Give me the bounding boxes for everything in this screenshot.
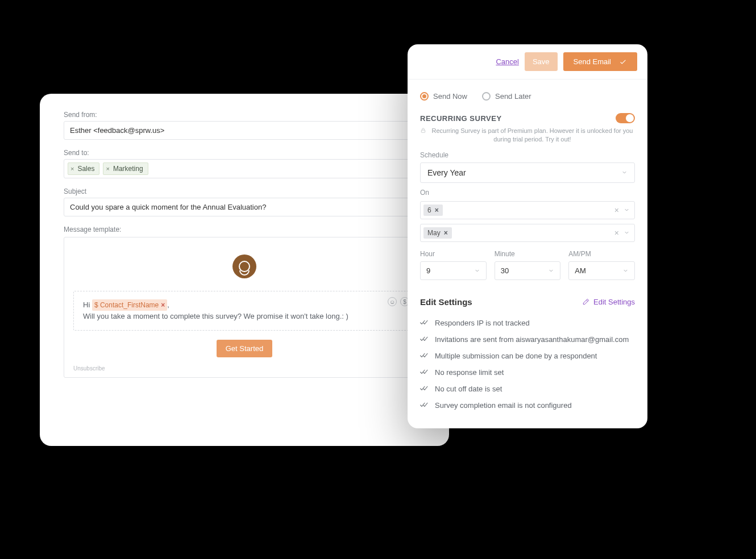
chevron-down-icon <box>624 230 630 236</box>
greeting-text: Hi <box>83 301 90 309</box>
remove-month-icon[interactable]: × <box>444 229 448 237</box>
remove-chip-icon[interactable]: × <box>70 166 74 172</box>
svg-rect-1 <box>421 130 425 132</box>
greeting-comma: , <box>167 301 169 309</box>
double-check-icon <box>420 369 429 376</box>
double-check-icon <box>420 352 429 359</box>
save-button[interactable]: Save <box>525 52 558 71</box>
send-to-input[interactable]: × Sales × Marketing <box>64 159 425 178</box>
chevron-down-icon <box>474 268 480 274</box>
settings-item-text: Survey completion email is not configure… <box>435 401 572 410</box>
settings-item-text: No response limit set <box>435 368 504 377</box>
month-value: May <box>427 229 441 237</box>
settings-item: Survey completion email is not configure… <box>420 397 635 414</box>
recipient-chip[interactable]: × Sales <box>68 162 99 175</box>
day-select[interactable]: 6 × × <box>420 201 635 219</box>
lock-icon <box>420 127 426 134</box>
clear-month-icon[interactable]: × <box>614 228 619 237</box>
hour-select[interactable]: 9 <box>420 261 487 280</box>
send-now-radio[interactable]: Send Now <box>420 92 467 101</box>
ampm-select[interactable]: AM <box>568 261 635 280</box>
chevron-down-icon <box>622 268 629 274</box>
emoji-icon[interactable]: ☺ <box>388 297 397 306</box>
brand-logo <box>232 255 256 278</box>
send-timing-radiogroup: Send Now Send Later <box>420 92 635 101</box>
chevron-down-icon <box>621 169 628 176</box>
settings-list: Responders IP is not tracked Invitations… <box>420 315 635 414</box>
edit-settings-label: Edit Settings <box>593 298 635 306</box>
double-check-icon <box>420 402 429 408</box>
remove-chip-icon[interactable]: × <box>106 166 109 172</box>
settings-item: Multiple submission can be done by a res… <box>420 348 635 364</box>
settings-item: Responders IP is not tracked <box>420 315 635 331</box>
send-email-button[interactable]: Send Email <box>563 52 637 71</box>
check-icon <box>619 58 627 66</box>
message-template-label: Message template: <box>64 226 121 233</box>
cancel-button[interactable]: Cancel <box>496 57 518 66</box>
recurring-toggle[interactable] <box>616 113 635 123</box>
chevron-down-icon <box>624 207 630 213</box>
edit-settings-link[interactable]: Edit Settings <box>582 298 635 306</box>
email-preview: ☺ $ Hi $ Contact_FirstName × , Will you … <box>64 237 425 378</box>
subject-input[interactable] <box>64 198 425 216</box>
remove-day-icon[interactable]: × <box>435 206 439 214</box>
month-pill[interactable]: May × <box>423 227 452 239</box>
settings-item-text: Invitations are sent from aiswaryasantha… <box>435 335 629 344</box>
double-check-icon <box>420 336 429 343</box>
minute-value: 30 <box>501 266 509 275</box>
send-later-label: Send Later <box>495 92 531 101</box>
day-value: 6 <box>427 206 431 214</box>
settings-title: Edit Settings <box>420 297 472 307</box>
ampm-label: AM/PM <box>568 250 635 258</box>
compose-card: Send from: Send to: × Sales × Marketing … <box>40 94 449 446</box>
recurring-title: RECURRING SURVEY <box>420 114 502 123</box>
settings-item: Invitations are sent from aiswaryasantha… <box>420 331 635 348</box>
clear-day-icon[interactable]: × <box>614 206 619 215</box>
message-body: Will you take a moment to complete this … <box>83 311 406 322</box>
remove-variable-icon[interactable]: × <box>161 300 165 310</box>
minute-label: Minute <box>495 250 561 258</box>
panel-header: Cancel Save Send Email <box>408 44 647 80</box>
settings-item-text: No cut off date is set <box>435 385 502 393</box>
settings-item-text: Multiple submission can be done by a res… <box>435 352 597 360</box>
settings-item: No cut off date is set <box>420 381 635 397</box>
send-from-label: Send from: <box>64 111 425 119</box>
schedule-panel: Cancel Save Send Email Send Now Send Lat… <box>408 44 647 428</box>
message-editor[interactable]: ☺ $ Hi $ Contact_FirstName × , Will you … <box>73 291 416 331</box>
variable-token[interactable]: $ Contact_FirstName × <box>92 299 167 311</box>
send-to-label: Send to: <box>64 149 425 157</box>
send-email-label: Send Email <box>574 57 611 66</box>
subject-label: Subject <box>64 187 425 195</box>
settings-item-text: Responders IP is not tracked <box>435 319 530 327</box>
brand-logo-icon <box>239 261 250 272</box>
edit-icon <box>582 298 590 306</box>
premium-note-text: Recurring Survey is part of Premium plan… <box>430 127 635 144</box>
double-check-icon <box>420 319 429 326</box>
schedule-label: Schedule <box>420 151 635 159</box>
recipient-chip[interactable]: × Marketing <box>103 162 148 175</box>
hour-label: Hour <box>420 250 487 258</box>
chevron-down-icon <box>548 268 554 274</box>
send-later-radio[interactable]: Send Later <box>482 92 531 101</box>
send-from-input[interactable] <box>64 121 425 140</box>
variable-token-label: $ Contact_FirstName <box>94 300 159 310</box>
recipient-chip-label: Marketing <box>113 165 143 173</box>
unsubscribe-link[interactable]: Unsubscribe <box>73 365 416 372</box>
on-label: On <box>420 189 635 197</box>
recipient-chip-label: Sales <box>77 165 94 173</box>
month-select[interactable]: May × × <box>420 224 635 242</box>
minute-select[interactable]: 30 <box>495 261 561 280</box>
schedule-select[interactable]: Every Year <box>420 162 635 183</box>
hour-value: 9 <box>426 266 430 275</box>
send-now-label: Send Now <box>433 92 467 101</box>
get-started-button[interactable]: Get Started <box>217 340 272 357</box>
premium-note: Recurring Survey is part of Premium plan… <box>420 127 635 144</box>
day-pill[interactable]: 6 × <box>423 205 443 216</box>
double-check-icon <box>420 385 429 392</box>
schedule-value: Every Year <box>427 168 466 177</box>
settings-item: No response limit set <box>420 364 635 381</box>
ampm-value: AM <box>575 266 586 275</box>
